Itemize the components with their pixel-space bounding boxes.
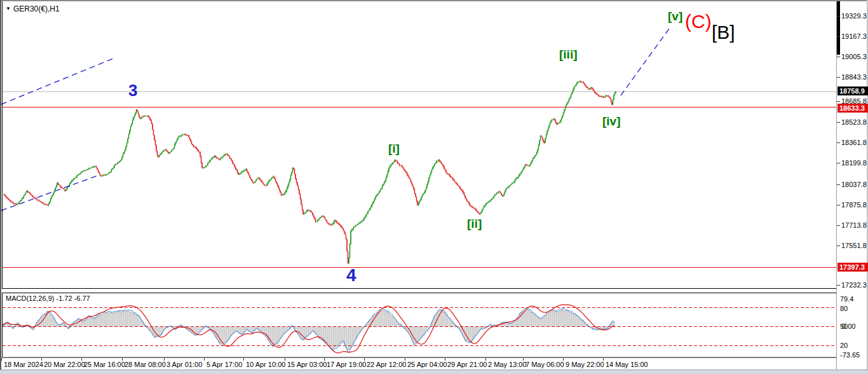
price-axis-label: 18523.8	[841, 118, 867, 126]
macd-axis-label: 79.4	[840, 295, 853, 303]
macd-axis-label: -73.65	[840, 351, 860, 359]
time-axis-label: 25 Mar 16:00	[84, 361, 125, 368]
time-axis-label: 28 Mar 08:00	[125, 361, 166, 368]
time-axis-label: 2 May 13:00	[488, 361, 527, 368]
price-chart-canvas[interactable]	[0, 0, 837, 292]
time-axis-label: 25 Apr 04:00	[407, 361, 447, 368]
time-axis-tick	[204, 358, 205, 361]
price-axis-label: 18199.8	[841, 159, 867, 167]
price-tag: 18633.3	[837, 104, 868, 113]
price-axis-tick	[837, 122, 840, 123]
window-bottom-strip	[0, 370, 868, 374]
price-axis-label: 17551.8	[841, 242, 867, 249]
price-axis-tick	[837, 205, 840, 205]
time-axis-label: 14 May 15:00	[606, 361, 648, 368]
wave-annotation[interactable]: [iv]	[602, 115, 621, 127]
time-axis-label: 20 Mar 22:00	[44, 361, 85, 368]
wave-annotation[interactable]: [v]	[668, 10, 682, 22]
price-axis-tick	[837, 285, 840, 286]
price-axis-label: 17875.8	[841, 201, 867, 209]
wave-annotation[interactable]: [i]	[388, 142, 400, 155]
macd-indicator-label: MACD(12,26,9) -1.72 -6.77	[6, 294, 90, 302]
price-axis-label: 19329.3	[841, 12, 867, 20]
time-axis-tick	[243, 358, 244, 361]
macd-axis-label: 80	[840, 305, 848, 312]
time-axis-label: 3 Apr 01:00	[166, 361, 202, 368]
chart-window: ▼GER30(€),H1 MACD(12,26,9) -1.72 -6.77 1…	[0, 0, 868, 374]
price-axis-tick	[837, 225, 840, 226]
price-axis-label: 18361.8	[841, 139, 867, 146]
wave-annotation[interactable]: [iii]	[559, 48, 578, 60]
wave-annotation[interactable]: 3	[128, 82, 137, 99]
symbol-label-text: GER30(€),H1	[13, 4, 60, 13]
macd-axis-label: 0.00	[842, 322, 855, 330]
scale-drag-bar[interactable]	[837, 1, 840, 55]
time-axis-label: 15 Apr 03:00	[287, 361, 327, 368]
time-axis-label: 7 May 06:00	[526, 361, 564, 368]
time-axis-label: 18 Mar 2024	[4, 361, 43, 368]
price-axis-tick	[837, 16, 840, 17]
wave-annotation[interactable]: [ii]	[467, 218, 482, 230]
time-axis-label: 17 Apr 19:00	[327, 361, 366, 368]
price-axis-label: 19167.3	[841, 32, 867, 40]
window-border-top	[0, 0, 868, 1]
time-axis-label: 29 Apr 21:00	[447, 361, 487, 368]
time-axis-label: 5 Apr 17:00	[207, 361, 242, 368]
time-axis-tick	[1, 358, 2, 361]
price-axis-label: 18037.8	[841, 181, 867, 188]
macd-indicator-canvas[interactable]	[0, 292, 837, 358]
price-axis-tick	[837, 101, 840, 102]
time-axis-label: 22 Apr 12:00	[367, 361, 406, 368]
price-axis-tick	[837, 77, 840, 78]
price-axis-tick	[837, 184, 840, 185]
wave-annotation[interactable]: [B]	[712, 23, 735, 42]
wave-annotation[interactable]: 4	[346, 267, 356, 284]
time-axis-label: 9 May 22:00	[566, 361, 604, 368]
macd-axis-label: 20	[840, 342, 848, 349]
price-axis-tick	[837, 163, 840, 163]
price-axis-tick	[837, 142, 840, 143]
symbol-timeframe-label: ▼GER30(€),H1	[6, 4, 60, 13]
price-axis-label: 17713.8	[841, 221, 867, 229]
price-tag: 17397.3	[837, 263, 868, 272]
price-axis-tick	[837, 246, 840, 246]
price-axis-label: 18843.3	[841, 73, 867, 81]
price-axis-tick	[837, 36, 840, 37]
window-border-left	[0, 0, 1, 374]
price-axis-label: 17232.3	[841, 281, 867, 289]
time-axis-label: 10 Apr 10:00	[246, 361, 285, 368]
price-tag: 18758.9	[837, 87, 868, 95]
price-axis-label: 19005.3	[841, 53, 867, 60]
chart-dropdown-icon[interactable]: ▼	[6, 6, 11, 11]
price-axis-tick	[837, 57, 840, 57]
wave-annotation[interactable]: (C)	[685, 12, 712, 31]
